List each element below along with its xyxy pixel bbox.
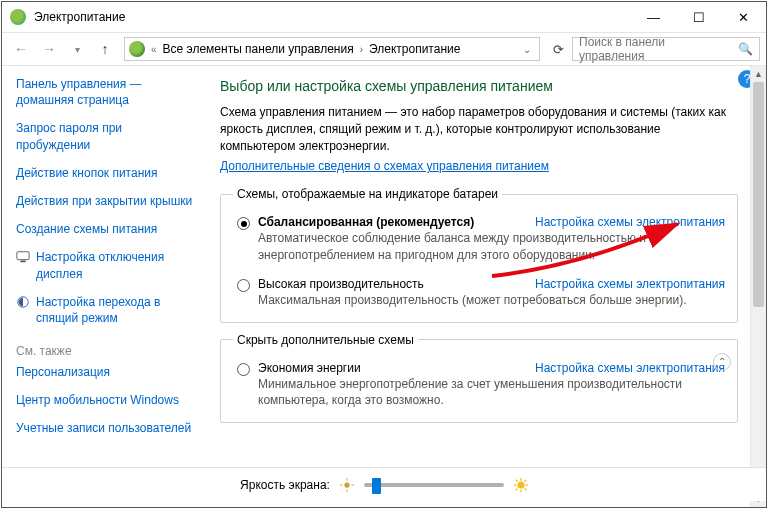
window-title: Электропитание (34, 10, 631, 24)
see-also-heading: См. также (16, 344, 198, 358)
breadcrumb-1[interactable]: Все элементы панели управления (163, 42, 354, 56)
window-controls: — ☐ ✕ (631, 3, 766, 31)
sidebar-home[interactable]: Панель управления — домашняя страница (16, 76, 198, 108)
close-button[interactable]: ✕ (721, 3, 766, 31)
svg-line-13 (516, 479, 518, 481)
maximize-button[interactable]: ☐ (676, 3, 721, 31)
plan-power-saver[interactable]: Экономия энергии Настройка схемы электро… (233, 361, 725, 408)
display-icon (16, 250, 30, 264)
breadcrumb-2[interactable]: Электропитание (369, 42, 460, 56)
back-button[interactable]: ← (8, 36, 34, 62)
power-options-icon (10, 9, 26, 25)
learn-more-link[interactable]: Дополнительные сведения о схемах управле… (220, 159, 549, 173)
search-icon: 🔍 (738, 42, 753, 56)
sun-dim-icon (340, 478, 354, 492)
plan-name: Экономия энергии (258, 361, 361, 375)
search-placeholder: Поиск в панели управления (579, 35, 732, 63)
change-plan-link[interactable]: Настройка схемы электропитания (535, 215, 725, 229)
group1-legend: Схемы, отображаемые на индикаторе батаре… (233, 187, 502, 201)
sun-bright-icon (514, 478, 528, 492)
radio-balanced[interactable] (237, 217, 250, 230)
breadcrumb-sep: › (360, 44, 363, 55)
sidebar-sleep[interactable]: Настройка перехода в спящий режим (36, 294, 198, 326)
content: ? Выбор или настройка схемы управления п… (202, 66, 766, 507)
brightness-slider[interactable] (364, 483, 504, 487)
see-also-mobility[interactable]: Центр мобильности Windows (16, 392, 198, 408)
svg-rect-0 (17, 252, 29, 260)
address-bar[interactable]: « Все элементы панели управления › Элект… (124, 37, 540, 61)
page-heading: Выбор или настройка схемы управления пит… (220, 78, 738, 94)
plan-balanced[interactable]: Сбалансированная (рекомендуется) Настрой… (233, 215, 725, 262)
sidebar-power-buttons[interactable]: Действие кнопок питания (16, 165, 198, 181)
change-plan-link[interactable]: Настройка схемы электропитания (535, 277, 725, 291)
minimize-button[interactable]: — (631, 3, 676, 31)
see-also-accounts[interactable]: Учетные записи пользователей (16, 420, 198, 436)
plan-name: Высокая производительность (258, 277, 424, 291)
forward-button[interactable]: → (36, 36, 62, 62)
refresh-button[interactable]: ⟳ (546, 37, 570, 61)
svg-line-14 (524, 488, 526, 490)
change-plan-link[interactable]: Настройка схемы электропитания (535, 361, 725, 375)
extra-plans-group: Скрыть дополнительные схемы ⌃ Экономия э… (220, 333, 738, 423)
sidebar-password[interactable]: Запрос пароля при пробуждении (16, 120, 198, 152)
sleep-icon (16, 295, 30, 309)
svg-rect-1 (20, 261, 25, 263)
plan-desc: Автоматическое соблюдение баланса между … (258, 230, 725, 262)
sidebar-lid-close[interactable]: Действия при закрытии крышки (16, 193, 198, 209)
see-also-personalization[interactable]: Персонализация (16, 364, 198, 380)
sidebar-display-off[interactable]: Настройка отключения дисплея (36, 249, 198, 281)
svg-point-3 (344, 482, 349, 487)
up-button[interactable]: ↑ (92, 36, 118, 62)
window: Электропитание — ☐ ✕ ← → ▾ ↑ « Все элеме… (1, 1, 767, 508)
plan-name: Сбалансированная (рекомендуется) (258, 215, 474, 229)
plan-desc: Минимальное энергопотребление за счет ум… (258, 376, 725, 408)
svg-line-16 (516, 488, 518, 490)
slider-thumb[interactable] (372, 478, 381, 494)
page-description: Схема управления питанием — это набор па… (220, 104, 738, 154)
scrollbar[interactable]: ▲ ▼ (750, 66, 766, 507)
address-dropdown[interactable]: ⌄ (519, 44, 535, 55)
plan-high-performance[interactable]: Высокая производительность Настройка схе… (233, 277, 725, 308)
sidebar-create-plan[interactable]: Создание схемы питания (16, 221, 198, 237)
svg-point-8 (517, 481, 524, 488)
search-box[interactable]: Поиск в панели управления 🔍 (572, 37, 760, 61)
scroll-handle[interactable] (753, 82, 764, 307)
breadcrumb-sep: « (151, 44, 157, 55)
body: Панель управления — домашняя страница За… (2, 66, 766, 507)
group2-legend: Скрыть дополнительные схемы (233, 333, 418, 347)
collapse-button[interactable]: ⌃ (713, 353, 731, 371)
sidebar: Панель управления — домашняя страница За… (2, 66, 202, 507)
svg-line-15 (524, 479, 526, 481)
radio-high-performance[interactable] (237, 279, 250, 292)
scroll-up-icon[interactable]: ▲ (751, 66, 766, 82)
navbar: ← → ▾ ↑ « Все элементы панели управления… (2, 32, 766, 66)
brightness-label: Яркость экрана: (240, 478, 330, 492)
control-panel-icon (129, 41, 145, 57)
plan-desc: Максимальная производительность (может п… (258, 292, 725, 308)
recent-button[interactable]: ▾ (64, 36, 90, 62)
radio-power-saver[interactable] (237, 363, 250, 376)
titlebar: Электропитание — ☐ ✕ (2, 2, 766, 32)
brightness-bar: Яркость экрана: (2, 467, 766, 501)
battery-plans-group: Схемы, отображаемые на индикаторе батаре… (220, 187, 738, 323)
